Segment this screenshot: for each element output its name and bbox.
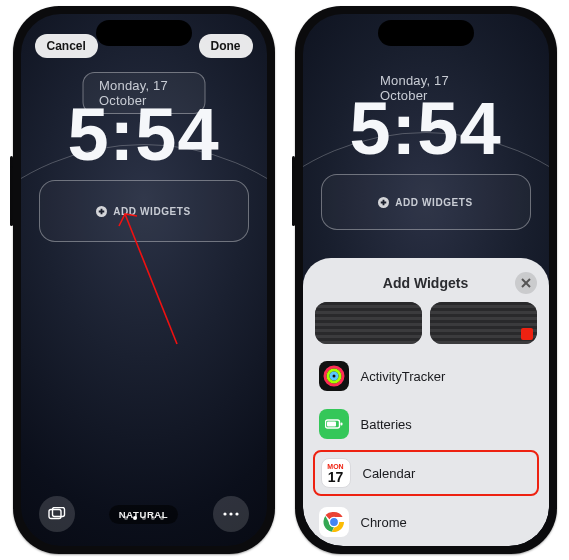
svg-rect-18: [340, 423, 342, 426]
ellipsis-icon: [223, 512, 239, 516]
calendar-icon: MON 17: [321, 458, 351, 488]
clock-time: 5:54: [303, 86, 549, 171]
svg-line-3: [125, 214, 177, 344]
editor-bottombar: NATURAL: [21, 496, 267, 532]
dynamic-island: [378, 20, 474, 46]
app-row-label: Calendar: [363, 466, 416, 481]
cancel-button[interactable]: Cancel: [35, 34, 98, 58]
app-row-label: ActivityTracker: [361, 369, 446, 384]
plus-circle-icon: [378, 197, 389, 208]
page-dots: [124, 516, 164, 520]
photo-shuffle-button[interactable]: [39, 496, 75, 532]
app-row-activitytracker[interactable]: ActivityTracker: [313, 354, 539, 398]
batteries-icon: [319, 409, 349, 439]
add-widgets-label: ADD WIDGETS: [395, 197, 473, 208]
app-row-label: Batteries: [361, 417, 412, 432]
done-button[interactable]: Done: [199, 34, 253, 58]
widget-suggestions-row: [303, 298, 549, 354]
dynamic-island: [96, 20, 192, 46]
widget-suggestion[interactable]: [430, 302, 537, 344]
sheet-title: Add Widgets: [383, 275, 468, 291]
plus-circle-icon: [96, 206, 107, 217]
svg-rect-19: [327, 422, 336, 427]
annotation-arrow-icon: [115, 204, 185, 354]
widget-app-list: ActivityTracker Batteries MON 17 Ca: [303, 354, 549, 546]
notification-badge-icon: [521, 328, 533, 340]
more-button[interactable]: [213, 496, 249, 532]
app-row-label: Chrome: [361, 515, 407, 530]
clock-time[interactable]: 5:54: [21, 92, 267, 177]
add-widgets-slot[interactable]: ADD WIDGETS: [321, 174, 531, 230]
svg-point-16: [331, 373, 337, 379]
app-row-batteries[interactable]: Batteries: [313, 402, 539, 446]
add-widgets-sheet: Add Widgets ActivityTracker: [303, 258, 549, 546]
app-row-chrome[interactable]: Chrome: [313, 500, 539, 544]
svg-point-8: [235, 512, 238, 515]
chrome-icon: [319, 507, 349, 537]
app-row-calendar[interactable]: MON 17 Calendar: [313, 450, 539, 496]
close-sheet-button[interactable]: [515, 272, 537, 294]
phone-left: Cancel Done Monday, 17 October 5:54 ADD …: [13, 6, 275, 554]
svg-point-7: [229, 512, 232, 515]
color-style-chip[interactable]: NATURAL: [109, 505, 178, 524]
widget-suggestion[interactable]: [315, 302, 422, 344]
sheet-header: Add Widgets: [303, 268, 549, 298]
activity-rings-icon: [319, 361, 349, 391]
calendar-icon-daynum: 17: [328, 470, 344, 484]
phone-right: Monday, 17 October 5:54 ADD WIDGETS Add …: [295, 6, 557, 554]
lock-screen-with-sheet: Monday, 17 October 5:54 ADD WIDGETS Add …: [303, 14, 549, 546]
lock-screen-editor: Cancel Done Monday, 17 October 5:54 ADD …: [21, 14, 267, 546]
close-icon: [521, 278, 531, 288]
gallery-icon: [48, 507, 66, 521]
svg-point-6: [223, 512, 226, 515]
